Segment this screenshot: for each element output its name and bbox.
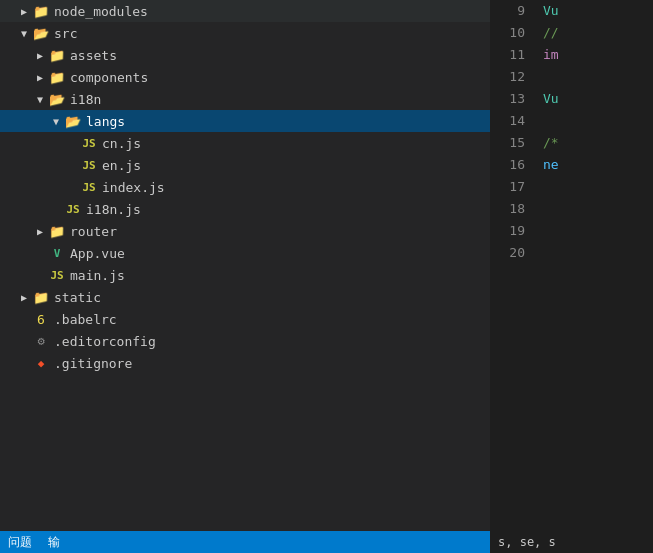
tree-item-gitignore[interactable]: ◆ .gitignore xyxy=(0,352,490,374)
output-tab[interactable]: 输 xyxy=(48,534,60,551)
tree-item-static[interactable]: 📁 static xyxy=(0,286,490,308)
vue-file-icon: V xyxy=(48,247,66,260)
tree-item-app-vue[interactable]: V App.vue xyxy=(0,242,490,264)
tree-item-label: index.js xyxy=(102,180,165,195)
folder-icon: 📂 xyxy=(48,92,66,107)
line-numbers: 9 10 11 12 13 14 15 16 17 18 19 20 xyxy=(490,0,535,531)
tree-item-label: static xyxy=(54,290,101,305)
editor-bottom-hint: s, se, s xyxy=(490,531,653,553)
chevron-down-icon xyxy=(32,94,48,105)
code-area: Vu // im Vu /* ne xyxy=(535,0,653,531)
problems-tab[interactable]: 问题 xyxy=(8,534,32,551)
tree-item-label: i18n xyxy=(70,92,101,107)
chevron-right-icon xyxy=(16,292,32,303)
code-hint: s, se, s xyxy=(498,535,556,549)
folder-icon: 📂 xyxy=(32,26,50,41)
js-file-icon: JS xyxy=(80,181,98,194)
tree-item-assets[interactable]: 📁 assets xyxy=(0,44,490,66)
code-line-13: Vu xyxy=(543,88,653,110)
folder-icon: 📁 xyxy=(32,4,50,19)
code-line-16: ne xyxy=(543,154,653,176)
file-explorer: 📁 node_modules 📂 src 📁 assets 📁 componen… xyxy=(0,0,490,553)
tree-item-router[interactable]: 📁 router xyxy=(0,220,490,242)
chevron-right-icon xyxy=(32,226,48,237)
code-line-19 xyxy=(543,220,653,242)
tree-item-label: App.vue xyxy=(70,246,125,261)
tree-item-label: i18n.js xyxy=(86,202,141,217)
code-line-20 xyxy=(543,242,653,264)
tree-item-label: assets xyxy=(70,48,117,63)
folder-icon: 📁 xyxy=(32,290,50,305)
tree-item-langs[interactable]: 📂 langs xyxy=(0,110,490,132)
folder-icon: 📁 xyxy=(48,70,66,85)
folder-icon: 📁 xyxy=(48,224,66,239)
code-line-12 xyxy=(543,66,653,88)
tree-item-label: cn.js xyxy=(102,136,141,151)
tree-item-babelrc[interactable]: 6 .babelrc xyxy=(0,308,490,330)
gear-file-icon: ⚙ xyxy=(32,334,50,348)
tree-item-label: .babelrc xyxy=(54,312,117,327)
chevron-right-icon xyxy=(32,72,48,83)
tree-item-index-js[interactable]: JS index.js xyxy=(0,176,490,198)
tree-item-label: .gitignore xyxy=(54,356,132,371)
tree-item-src[interactable]: 📂 src xyxy=(0,22,490,44)
tree-item-label: src xyxy=(54,26,77,41)
editor-content: 9 10 11 12 13 14 15 16 17 18 19 20 Vu //… xyxy=(490,0,653,531)
tree-item-i18n-js[interactable]: JS i18n.js xyxy=(0,198,490,220)
chevron-right-icon xyxy=(16,6,32,17)
js-file-icon: JS xyxy=(64,203,82,216)
code-line-18 xyxy=(543,198,653,220)
chevron-down-icon xyxy=(48,116,64,127)
chevron-right-icon xyxy=(32,50,48,61)
js-file-icon: JS xyxy=(48,269,66,282)
code-line-10: // xyxy=(543,22,653,44)
code-line-15: /* xyxy=(543,132,653,154)
tree-item-en-js[interactable]: JS en.js xyxy=(0,154,490,176)
tree-item-label: router xyxy=(70,224,117,239)
tree-item-label: components xyxy=(70,70,148,85)
tree-item-label: main.js xyxy=(70,268,125,283)
tree-item-main-js[interactable]: JS main.js xyxy=(0,264,490,286)
editor-panel: 9 10 11 12 13 14 15 16 17 18 19 20 Vu //… xyxy=(490,0,653,553)
tree-item-label: en.js xyxy=(102,158,141,173)
chevron-down-icon xyxy=(16,28,32,39)
bottom-status-bar: 问题 输 xyxy=(0,531,490,553)
folder-open-icon: 📂 xyxy=(64,114,82,129)
code-line-14 xyxy=(543,110,653,132)
tree-item-label: .editorconfig xyxy=(54,334,156,349)
tree-item-node-modules[interactable]: 📁 node_modules xyxy=(0,0,490,22)
tree-item-label: node_modules xyxy=(54,4,148,19)
tree-item-i18n[interactable]: 📂 i18n xyxy=(0,88,490,110)
code-line-17 xyxy=(543,176,653,198)
tree-item-editorconfig[interactable]: ⚙ .editorconfig xyxy=(0,330,490,352)
code-line-11: im xyxy=(543,44,653,66)
tree-item-label: langs xyxy=(86,114,125,129)
babel-file-icon: 6 xyxy=(32,312,50,327)
folder-icon: 📁 xyxy=(48,48,66,63)
file-tree: 📁 node_modules 📂 src 📁 assets 📁 componen… xyxy=(0,0,490,531)
tree-item-components[interactable]: 📁 components xyxy=(0,66,490,88)
tree-item-cn-js[interactable]: JS cn.js xyxy=(0,132,490,154)
js-file-icon: JS xyxy=(80,159,98,172)
code-line-9: Vu xyxy=(543,0,653,22)
js-file-icon: JS xyxy=(80,137,98,150)
git-file-icon: ◆ xyxy=(32,357,50,370)
